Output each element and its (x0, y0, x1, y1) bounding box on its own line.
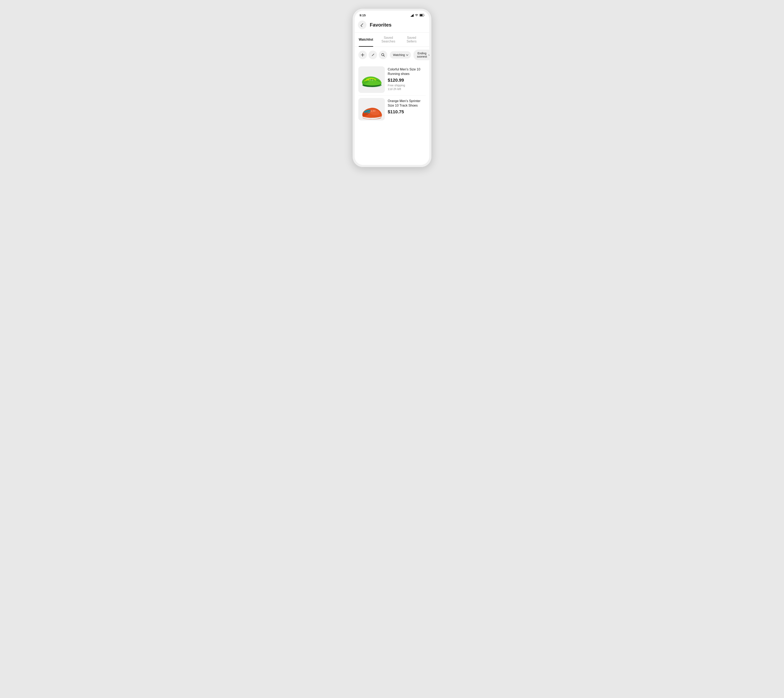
pencil-icon (371, 53, 375, 57)
product-time-1: 11d 2h left (388, 87, 426, 91)
signal-icon (410, 14, 413, 17)
add-button[interactable] (358, 51, 367, 59)
watching-filter-label: Watching (393, 53, 405, 56)
status-time: 9:15 (359, 13, 366, 17)
header: Favorites (355, 19, 429, 33)
product-title-1: Colorful Men's Size 10 Running shoes (388, 67, 426, 76)
edit-button[interactable] (369, 51, 377, 59)
search-button[interactable] (379, 51, 387, 59)
wifi-icon (415, 14, 418, 16)
back-chevron-icon (361, 23, 364, 27)
sort-filter-label: Ending soonest (417, 52, 427, 58)
phone-screen: 9:15 (355, 11, 429, 165)
product-list: Colorful Men's Size 10 Running shoes $12… (355, 63, 429, 127)
tab-saved-sellers[interactable]: Saved Sellers (404, 33, 420, 46)
tab-watchlist[interactable]: Watchlist (359, 33, 373, 46)
product-info-2: Orange Men's Sprinter Size 10 Track Shoe… (388, 98, 426, 120)
product-price-2: $110.75 (388, 109, 426, 115)
product-card-2[interactable]: Orange Men's Sprinter Size 10 Track Shoe… (358, 95, 426, 123)
svg-line-4 (384, 56, 385, 56)
toolbar: Watching Ending soonest (355, 47, 429, 63)
svg-marker-0 (410, 14, 413, 17)
plus-icon (361, 53, 364, 56)
status-icons (410, 14, 425, 17)
phone-frame: 9:15 (352, 8, 432, 168)
product-info-1: Colorful Men's Size 10 Running shoes $12… (388, 66, 426, 93)
tab-bar: Watchlist Saved Searches Saved Sellers (355, 33, 429, 47)
product-price-1: $120.99 (388, 77, 426, 83)
page-title: Favorites (370, 22, 392, 28)
sort-chevron-icon (428, 54, 429, 56)
shoe2-image (359, 101, 384, 120)
product-image-2 (358, 98, 385, 120)
search-icon (381, 53, 385, 57)
sort-filter-button[interactable]: Ending soonest (413, 49, 429, 60)
watching-chevron-icon (406, 53, 408, 56)
product-shipping-1: Free shipping (388, 84, 426, 87)
watching-filter-button[interactable]: Watching (390, 51, 411, 59)
battery-icon (420, 14, 425, 16)
product-card-1[interactable]: Colorful Men's Size 10 Running shoes $12… (358, 64, 426, 95)
product-image-1 (358, 66, 385, 93)
svg-rect-2 (420, 14, 423, 16)
tab-saved-searches[interactable]: Saved Searches (379, 33, 398, 46)
back-button[interactable] (358, 21, 366, 29)
shoe1-image (359, 71, 384, 89)
status-bar: 9:15 (355, 11, 429, 19)
product-title-2: Orange Men's Sprinter Size 10 Track Shoe… (388, 99, 426, 108)
